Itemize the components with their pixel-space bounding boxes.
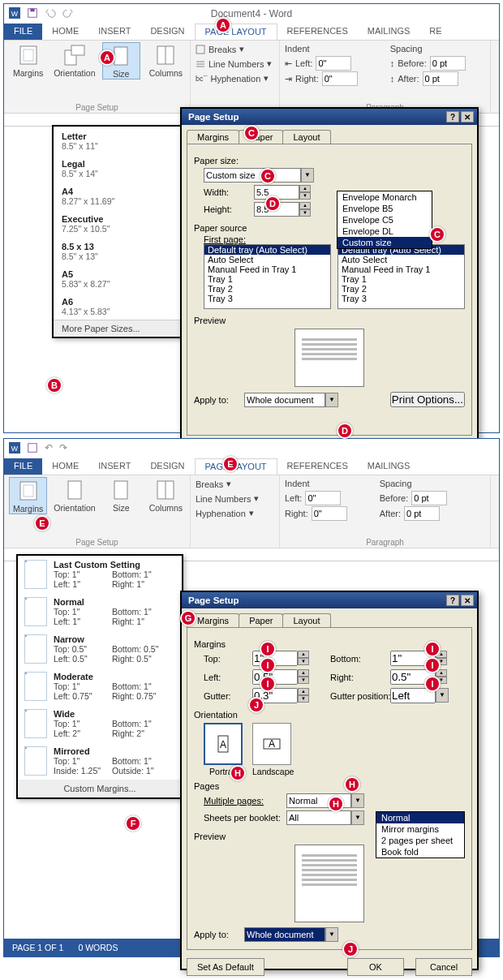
size-option[interactable]: A48.27" x 11.69" <box>54 182 180 209</box>
multiple-pages-listbox[interactable]: Normal Mirror margins 2 pages per sheet … <box>376 811 465 858</box>
margins-button[interactable]: Margins <box>9 42 47 80</box>
close-icon[interactable]: ✕ <box>461 111 474 122</box>
tab-review-trunc[interactable]: RE <box>419 24 451 40</box>
tab-file[interactable]: FILE <box>4 458 42 475</box>
first-page-tray-list[interactable]: Default tray (Auto Select)Auto SelectMan… <box>204 244 331 309</box>
margins-button[interactable]: Margins <box>9 477 47 514</box>
margin-preset[interactable]: WideTop: 1"Bottom: 1"Left: 2"Right: 2" <box>18 705 182 742</box>
annotation-badge: F <box>125 815 141 832</box>
cancel-button[interactable]: Cancel <box>415 958 472 976</box>
size-button[interactable]: Size <box>102 477 140 514</box>
preview-label: Preview <box>194 316 465 325</box>
hyphenation-button[interactable]: Hyphenation ▾ <box>196 506 274 520</box>
margin-preset[interactable]: NormalTop: 1"Bottom: 1"Left: 1"Right: 1" <box>18 593 182 630</box>
word-logo: W <box>9 442 20 456</box>
multiple-pages-combo[interactable]: ▼ <box>286 793 364 808</box>
tab-design[interactable]: DESIGN <box>140 458 194 475</box>
save-icon[interactable] <box>27 7 38 21</box>
svg-rect-8 <box>114 47 127 65</box>
size-option[interactable]: A64.13" x 5.83" <box>54 292 180 320</box>
titlebar-2: W ↶↷ <box>4 439 499 458</box>
columns-button[interactable]: Columns <box>147 42 185 80</box>
save-icon[interactable] <box>27 442 38 456</box>
paper-size-listbox[interactable]: Envelope Monarch Envelope B5 Envelope C5… <box>337 191 432 249</box>
spacing-after-input[interactable] <box>423 71 458 86</box>
svg-rect-20 <box>68 481 81 499</box>
height-spinner[interactable]: ▲▼ <box>254 202 311 217</box>
line-numbers-button[interactable]: Line Numbers ▾ <box>196 57 274 71</box>
tab-insert[interactable]: INSERT <box>88 24 140 40</box>
help-icon[interactable]: ? <box>446 595 459 606</box>
tab-mailings[interactable]: MAILINGS <box>358 24 420 40</box>
margin-preset[interactable]: NarrowTop: 0.5"Bottom: 0.5"Left: 0.5"Rig… <box>18 630 182 668</box>
annotation-badge: D <box>264 196 281 212</box>
svg-rect-3 <box>30 8 34 11</box>
print-options-button[interactable]: Print Options... <box>390 392 465 407</box>
tab-insert[interactable]: INSERT <box>88 458 140 475</box>
margin-preset[interactable]: ModerateTop: 1"Bottom: 1"Left: 0.75"Righ… <box>18 668 182 705</box>
annotation-badge: I <box>424 676 441 692</box>
indent-left-input[interactable] <box>316 56 351 71</box>
custom-margins[interactable]: Custom Margins... <box>18 780 182 797</box>
size-option[interactable]: 8.5 x 138.5" x 13" <box>54 237 180 264</box>
redo-icon[interactable]: ↷ <box>59 442 67 456</box>
spacing-before-input[interactable] <box>411 491 447 505</box>
columns-button[interactable]: Columns <box>147 477 185 514</box>
svg-text:W: W <box>11 9 19 17</box>
help-icon[interactable]: ? <box>446 111 459 122</box>
tab-design[interactable]: DESIGN <box>140 24 194 40</box>
annotation-badge: J <box>248 697 264 713</box>
set-default-button[interactable]: Set As Default <box>187 958 264 976</box>
tab-file[interactable]: FILE <box>4 24 42 40</box>
spacing-before-input[interactable] <box>430 56 466 71</box>
line-numbers-button[interactable]: Line Numbers ▾ <box>196 492 274 505</box>
undo-icon[interactable] <box>45 7 56 21</box>
tab-references[interactable]: REFERENCES <box>277 458 358 475</box>
size-option[interactable]: Letter8.5" x 11" <box>54 127 180 154</box>
breaks-button[interactable]: Breaks ▾ <box>196 42 274 56</box>
orientation-button[interactable]: Orientation <box>54 477 95 514</box>
orientation-portrait[interactable]: A <box>204 723 243 765</box>
annotation-badge: J <box>342 941 359 957</box>
titlebar: W Document4 - Word <box>4 4 499 24</box>
breaks-button[interactable]: Breaks ▾ <box>196 477 274 491</box>
dlg-tab-layout[interactable]: Layout <box>282 130 330 144</box>
indent-left-input[interactable] <box>305 491 341 505</box>
apply-to-combo[interactable]: ▼ <box>244 393 338 407</box>
size-option[interactable]: A55.83" x 8.27" <box>54 264 180 292</box>
close-icon[interactable]: ✕ <box>461 595 474 606</box>
preview-box <box>294 329 364 387</box>
dlg-tab-layout[interactable]: Layout <box>282 613 330 627</box>
width-spinner[interactable]: ▲▼ <box>254 185 311 200</box>
annotation-badge: B <box>46 377 62 393</box>
size-option[interactable]: Legal8.5" x 14" <box>54 154 180 182</box>
tab-home[interactable]: HOME <box>42 458 88 475</box>
orientation-button[interactable]: Orientation <box>54 42 95 80</box>
sheets-per-booklet-combo[interactable]: ▼ <box>286 810 364 825</box>
spacing-after-input[interactable] <box>404 506 440 521</box>
tab-mailings[interactable]: MAILINGS <box>358 458 420 475</box>
indent-right-input[interactable] <box>312 506 347 521</box>
dlg-tab-paper[interactable]: Paper <box>239 613 283 627</box>
ribbon-body: Margins Orientation Size Columns Page Se… <box>4 41 499 114</box>
undo-icon[interactable]: ↶ <box>45 442 53 456</box>
annotation-badge: H <box>328 796 344 812</box>
redo-icon[interactable] <box>62 7 74 21</box>
gutter-position-combo[interactable]: ▼ <box>390 688 460 703</box>
indent-right-input[interactable] <box>322 71 358 86</box>
apply-to-combo[interactable]: ▼ <box>244 927 338 942</box>
ok-button[interactable]: OK <box>347 958 404 976</box>
tab-home[interactable]: HOME <box>42 24 88 40</box>
spacing-label: Spacing <box>390 44 466 54</box>
tab-page-layout[interactable]: PAGE LAYOUT <box>195 24 277 40</box>
margin-preset[interactable]: MirroredTop: 1"Bottom: 1"Inside: 1.25"Ou… <box>18 742 182 780</box>
paper-size-combo[interactable]: ▼ <box>204 168 314 183</box>
margin-preset[interactable]: Last Custom SettingTop: 1"Bottom: 1"Left… <box>18 556 182 593</box>
other-pages-tray-list[interactable]: Default tray (Auto Select)Auto SelectMan… <box>337 244 465 309</box>
more-paper-sizes[interactable]: More Paper Sizes... <box>54 320 180 337</box>
dlg-tab-margins[interactable]: Margins <box>187 130 239 144</box>
tab-references[interactable]: REFERENCES <box>277 24 358 40</box>
size-option[interactable]: Executive7.25" x 10.5" <box>54 209 180 237</box>
orientation-landscape[interactable]: A <box>252 723 291 765</box>
hyphenation-button[interactable]: bc¯Hyphenation ▾ <box>196 71 274 85</box>
